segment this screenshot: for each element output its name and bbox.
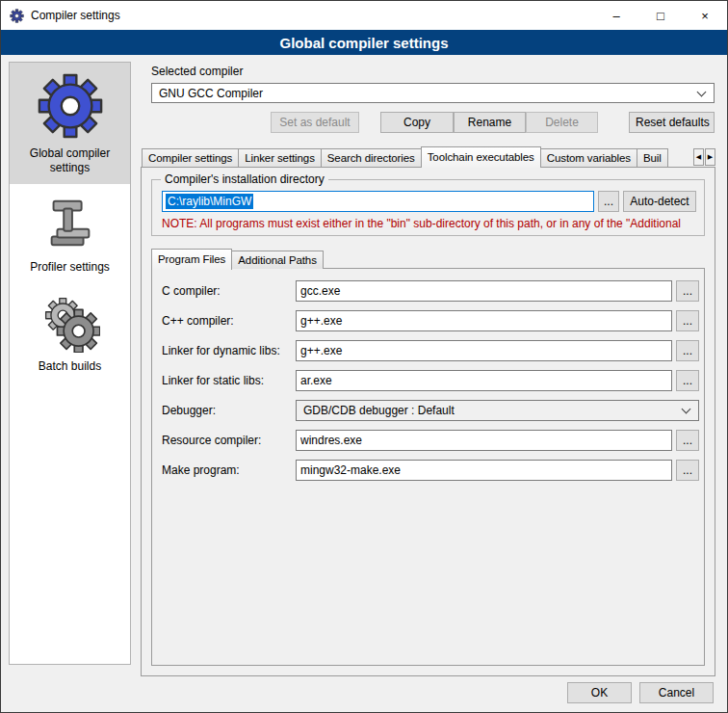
tab-scroll-left-icon[interactable]: ◀ (693, 148, 704, 166)
make-program-label: Make program: (162, 463, 296, 477)
debugger-value: GDB/CDB debugger : Default (303, 404, 677, 417)
debugger-select[interactable]: GDB/CDB debugger : Default (296, 400, 699, 421)
tab-custom-variables[interactable]: Custom variables (540, 148, 637, 167)
make-program-browse-button[interactable]: ... (676, 460, 699, 481)
reset-defaults-button[interactable]: Reset defaults (629, 112, 715, 133)
sidebar-item-label: Global compiler settings (13, 146, 127, 175)
field-row: Linker for dynamic libs: ... (162, 340, 699, 361)
tab-program-files[interactable]: Program Files (151, 249, 232, 270)
install-dir-input[interactable]: C:\raylib\MinGW (162, 191, 594, 212)
selected-compiler-value: GNU GCC Compiler (159, 87, 692, 100)
c-compiler-browse-button[interactable]: ... (676, 280, 699, 302)
tab-scroll-buttons: ◀ ▶ (692, 148, 715, 166)
gear-icon (37, 72, 104, 140)
selected-compiler-select[interactable]: GNU GCC Compiler (151, 83, 715, 103)
field-row: Linker for static libs: ... (162, 370, 699, 391)
app-icon (10, 9, 24, 23)
copy-button[interactable]: Copy (380, 112, 454, 133)
tab-search-directories[interactable]: Search directories (321, 148, 422, 167)
compiler-actions: Set as default Copy Rename Delete Reset … (141, 112, 715, 133)
cpp-compiler-browse-button[interactable]: ... (676, 310, 699, 331)
resource-compiler-label: Resource compiler: (162, 434, 296, 447)
static-linker-browse-button[interactable]: ... (676, 370, 699, 391)
main-content: Selected compiler GNU GCC Compiler Set a… (141, 62, 715, 676)
sidebar-item-batch-builds[interactable]: Batch builds (10, 283, 130, 383)
cpp-compiler-input[interactable] (296, 310, 672, 331)
banner-title: Global compiler settings (279, 35, 448, 51)
dynamic-linker-input[interactable] (296, 340, 672, 361)
c-compiler-label: C compiler: (162, 284, 296, 298)
delete-button[interactable]: Delete (526, 112, 598, 133)
chevron-down-icon (682, 405, 691, 414)
compiler-settings-window: Compiler settings – □ × Global compiler … (0, 0, 728, 713)
auto-detect-button[interactable]: Auto-detect (623, 191, 696, 212)
program-files-panel: C compiler: ... C++ compiler: ... Linker… (151, 268, 705, 666)
sidebar-item-label: Batch builds (39, 359, 101, 374)
resource-compiler-browse-button[interactable]: ... (676, 430, 699, 451)
ok-button[interactable]: OK (567, 682, 632, 703)
static-linker-input[interactable] (296, 370, 672, 391)
set-as-default-button[interactable]: Set as default (271, 112, 359, 133)
install-dir-group: Compiler's installation directory C:\ray… (151, 179, 705, 236)
tab-linker-settings[interactable]: Linker settings (238, 148, 322, 167)
settings-category-list: Global compiler settings Profiler settin… (9, 62, 131, 665)
close-icon[interactable]: × (683, 1, 727, 30)
titlebar: Compiler settings – □ × (1, 1, 727, 30)
resource-compiler-input[interactable] (296, 430, 672, 451)
dynamic-linker-browse-button[interactable]: ... (676, 340, 699, 361)
toolchain-executables-panel: Compiler's installation directory C:\ray… (141, 167, 715, 676)
profiler-icon (40, 194, 100, 253)
sidebar-item-label: Profiler settings (30, 260, 110, 275)
tab-build-options[interactable]: Buil (637, 148, 668, 167)
cpp-compiler-label: C++ compiler: (162, 314, 296, 328)
minimize-icon[interactable]: – (594, 1, 638, 30)
chevron-down-icon (697, 87, 707, 96)
field-row: Make program: ... (162, 460, 699, 481)
tab-compiler-settings[interactable]: Compiler settings (142, 148, 239, 167)
programs-subtabbar: Program Files Additional Paths (151, 249, 705, 269)
sidebar-item-global-compiler-settings[interactable]: Global compiler settings (10, 63, 130, 184)
cancel-button[interactable]: Cancel (639, 682, 714, 703)
field-row: C compiler: ... (162, 280, 699, 302)
install-dir-browse-button[interactable]: ... (598, 191, 619, 212)
install-dir-group-title: Compiler's installation directory (161, 172, 328, 186)
field-row: C++ compiler: ... (162, 310, 699, 331)
install-dir-row: C:\raylib\MinGW ... Auto-detect (162, 191, 696, 212)
maximize-icon[interactable]: □ (638, 1, 683, 30)
window-title: Compiler settings (31, 9, 120, 22)
install-dir-value: C:\raylib\MinGW (166, 194, 253, 209)
c-compiler-input[interactable] (296, 280, 672, 302)
rename-button[interactable]: Rename (454, 112, 526, 133)
tab-additional-paths[interactable]: Additional Paths (231, 251, 324, 269)
selected-compiler-label: Selected compiler (151, 65, 715, 78)
dynamic-linker-label: Linker for dynamic libs: (162, 344, 296, 357)
dialog-banner: Global compiler settings (1, 30, 727, 55)
field-row: Resource compiler: ... (162, 430, 699, 451)
tab-toolchain-executables[interactable]: Toolchain executables (421, 146, 541, 168)
field-row: Debugger: GDB/CDB debugger : Default (162, 400, 699, 421)
batch-builds-icon (40, 293, 100, 353)
note-text: NOTE: All programs must exist either in … (162, 217, 696, 230)
tab-scroll-right-icon[interactable]: ▶ (705, 148, 715, 166)
settings-tabbar: Compiler settings Linker settings Search… (142, 145, 715, 167)
static-linker-label: Linker for static libs: (162, 374, 296, 387)
sidebar-item-profiler-settings[interactable]: Profiler settings (10, 184, 130, 283)
debugger-label: Debugger: (162, 404, 296, 417)
make-program-input[interactable] (296, 460, 672, 481)
window-controls: – □ × (594, 1, 727, 30)
